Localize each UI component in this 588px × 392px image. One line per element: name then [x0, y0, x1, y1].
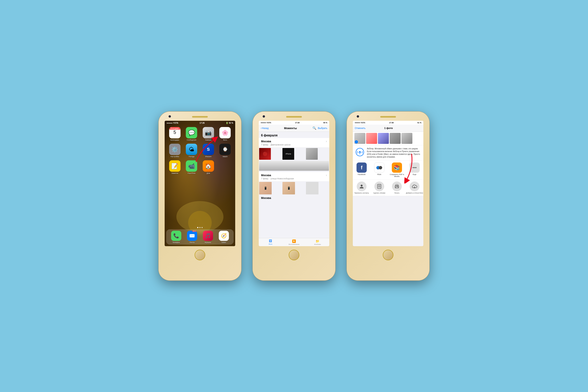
photo-1-3[interactable]: [306, 148, 318, 160]
action-contact[interactable]: Присвоить контакту: [353, 182, 370, 194]
moment-1[interactable]: Москва › 7 февр. · Дмитровское шоссе: [259, 138, 329, 148]
screen-2: ●●●●● YOTA 17:28 55 % ‹ Назад Моменты 🔍 …: [259, 121, 329, 246]
moment-2-subtitle: 7 февр. · улица Новослободская: [261, 178, 327, 180]
snow-photo-thumb: [259, 161, 329, 171]
app-weather[interactable]: 🌤 Погода: [185, 144, 199, 158]
app-label-photos: Фото: [223, 139, 227, 141]
photo-1-2[interactable]: iPhone: [282, 148, 294, 160]
action-print-label: Печать: [394, 192, 400, 194]
svg-point-1: [361, 185, 362, 186]
page-dots: [197, 227, 203, 228]
share-flickr-label: Flickr: [377, 174, 382, 176]
nav-bar-2: ‹ Назад Моменты 🔍 Выбрать: [259, 125, 329, 132]
home-button-2[interactable]: [289, 250, 299, 260]
app-grid: Календарь 5 Календарь 💬 Сообщения: [165, 125, 235, 176]
dock-phone[interactable]: 📞 Телефон: [171, 231, 181, 244]
app-label-calendar: Календарь: [170, 139, 179, 141]
chevron-right-1: ›: [326, 140, 327, 143]
thumb-2[interactable]: [366, 133, 377, 144]
dock-mail[interactable]: ✉️ 25 340 Почта: [187, 231, 197, 244]
snow-photo[interactable]: [259, 160, 329, 171]
action-wallpaper[interactable]: Сделать обоями: [370, 182, 388, 194]
thumb-4[interactable]: [390, 133, 400, 144]
cal-weekday: Календарь: [169, 127, 180, 130]
home-button-1[interactable]: [195, 250, 205, 260]
chevron-right-2: ›: [326, 174, 327, 177]
dock-label-music: Музыка: [205, 242, 211, 244]
share-title: 1 фото: [384, 126, 393, 130]
photos-tab-icon: 🖼: [269, 239, 272, 243]
app-label-camera: Камера: [205, 139, 211, 141]
moment-1-subtitle: 7 февр. · Дмитровское шоссе: [261, 144, 327, 146]
thumb-5[interactable]: [402, 133, 412, 144]
page-dot-1: [197, 227, 198, 228]
back-label: Назад: [262, 127, 268, 130]
tab-photos[interactable]: 🖼 Фото: [259, 239, 282, 245]
app-home[interactable]: 🏠 Дом: [201, 160, 216, 174]
action-icloud[interactable]: Добавить в iCloud Drive: [406, 182, 423, 194]
print-icon: [392, 182, 402, 191]
memories-tab-icon: ▶️: [292, 239, 296, 243]
icloud-icon: [410, 182, 420, 191]
thumbnail-strip: ✓: [353, 132, 423, 146]
photo-1-1[interactable]: 🔴: [259, 148, 271, 160]
dock-safari[interactable]: 🧭 Safari: [219, 231, 229, 244]
iphone-2: ●●●●● YOTA 17:28 55 % ‹ Назад Моменты 🔍 …: [253, 112, 335, 280]
speaker-3: [380, 116, 396, 118]
photo-grid-2: 📱 📱: [259, 182, 329, 195]
chevron-icon: ‹: [261, 127, 262, 130]
thumb-3[interactable]: [378, 133, 389, 144]
battery-2: 55 %: [323, 122, 327, 124]
app-label-facetime: FaceTime: [188, 172, 196, 174]
app-watch[interactable]: ⌚ Watch: [218, 144, 232, 158]
actions-row: Присвоить контакту Сделать обоями: [353, 180, 423, 196]
mail-badge: 25 340: [192, 231, 197, 232]
back-button-2[interactable]: ‹ Назад: [261, 127, 268, 130]
moment-1-title: Москва: [261, 140, 271, 143]
app-notes[interactable]: 📝 Заметки: [168, 160, 182, 174]
time-3: 17:38: [389, 122, 394, 124]
iphone-1: ●●●●● YOTA 17:26 🔋 55 % Календарь 5 Кале…: [159, 112, 241, 280]
home-button-3[interactable]: [383, 250, 393, 260]
iphone-3: ●●●●● YOTA 17:38 51 % Отменить 1 фото ✓: [347, 112, 429, 280]
search-icon[interactable]: 🔍: [312, 126, 316, 130]
tab-memories[interactable]: ▶️ Воспоминания: [282, 239, 306, 245]
date-section: 6 февраля: [259, 132, 329, 138]
action-print[interactable]: Печать: [388, 182, 406, 194]
moment-2[interactable]: Москва › 7 февр. · улица Новослободская: [259, 172, 329, 182]
app-messages[interactable]: 💬 Сообщения: [185, 127, 199, 141]
carrier-1: ●●●●● YOTA: [166, 122, 178, 124]
speaker-2: [286, 116, 302, 118]
share-nav: Отменить 1 фото: [353, 125, 423, 132]
share-facebook[interactable]: f Facebook: [353, 162, 370, 178]
app-shazam[interactable]: S Shazam: [201, 144, 216, 158]
wallpaper-icon: [374, 182, 384, 191]
dock-music[interactable]: 🎵 Музыка: [203, 231, 213, 244]
more-section: Москва: [259, 195, 329, 200]
photo-2-2[interactable]: 📱: [282, 182, 295, 194]
photo-2-1[interactable]: 📱: [259, 182, 272, 194]
app-label-notes: Заметки: [172, 172, 178, 174]
home-screen: ●●●●● YOTA 17:26 🔋 55 % Календарь 5 Кале…: [165, 121, 235, 246]
app-label-home: Дом: [206, 172, 210, 174]
thumb-1[interactable]: ✓: [354, 133, 365, 144]
select-button[interactable]: Выбрать: [318, 127, 327, 130]
app-facetime[interactable]: 📹 FaceTime: [185, 160, 199, 174]
app-settings[interactable]: ⚙️ Настройки: [168, 144, 182, 158]
dock-label-mail: Почта: [190, 242, 194, 244]
share-ibooks[interactable]: 📚 Сохранить PDF в iBooks: [388, 162, 406, 178]
thumb-check: ✓: [355, 140, 358, 144]
dock-label-phone: Телефон: [172, 242, 180, 244]
screen-1: ●●●●● YOTA 17:26 🔋 55 % Календарь 5 Кале…: [165, 121, 235, 246]
tab-albums[interactable]: 📁 Альбомы: [306, 239, 329, 245]
status-bar-3: ●●●●● YOTA 17:38 51 %: [353, 121, 423, 125]
photo-2-3[interactable]: [306, 182, 318, 194]
share-more[interactable]: ••• Еще: [406, 162, 423, 178]
cancel-button[interactable]: Отменить: [355, 127, 366, 130]
app-camera[interactable]: 📷 Камера: [201, 127, 216, 141]
app-label-settings: Настройки: [170, 156, 179, 158]
share-flickr[interactable]: 🔵⚫ Flickr: [370, 162, 388, 178]
app-label-weather: Погода: [188, 156, 194, 158]
app-calendar[interactable]: Календарь 5 Календарь: [168, 127, 182, 141]
app-photos[interactable]: 🌸 Фото: [218, 127, 232, 141]
